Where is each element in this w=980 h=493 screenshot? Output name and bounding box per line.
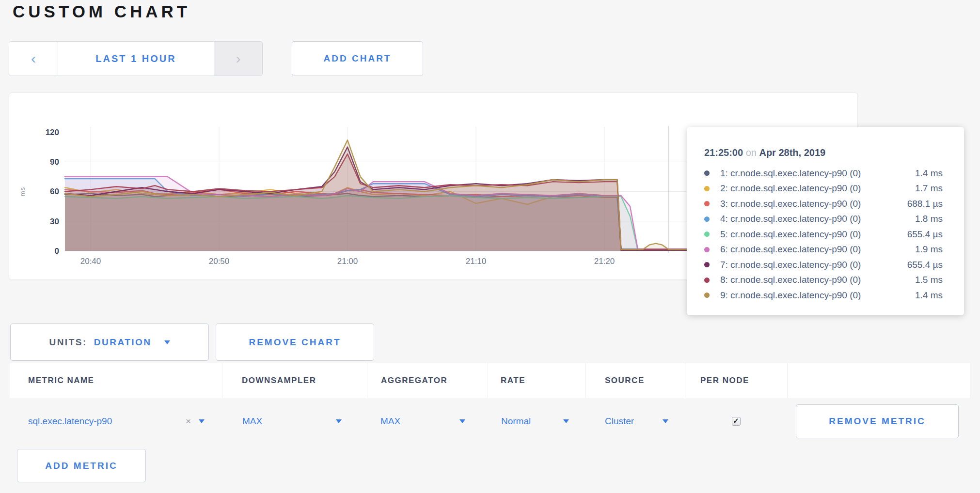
chevron-down-icon [336,419,342,423]
svg-text:120: 120 [46,128,59,137]
tooltip-series-row: 7: cr.node.sql.exec.latency-p90 (0)655.4… [704,257,943,273]
series-value: 1.9 ms [915,244,943,255]
add-metric-button[interactable]: ADD METRIC [17,449,146,482]
tooltip-series-row: 9: cr.node.sql.exec.latency-p90 (0)1.4 m… [704,288,943,303]
series-color-dot [704,262,710,267]
rate-value: Normal [501,416,531,427]
series-label: 9: cr.node.sql.exec.latency-p90 (0) [720,290,915,301]
col-header-metric-name: METRIC NAME [10,363,222,398]
series-color-dot [704,186,710,191]
chevron-down-icon[interactable] [199,419,205,423]
series-color-dot [704,277,710,283]
series-label: 4: cr.node.sql.exec.latency-p90 (0) [720,214,915,224]
per-node-checkbox[interactable] [732,417,741,426]
tooltip-time: 21:25:00 [704,147,743,158]
downsampler-value: MAX [242,416,262,427]
tooltip-on-text: on [746,147,757,158]
custom-chart-page: CUSTOM CHART ‹ LAST 1 HOUR › ADD CHART 0… [0,0,980,493]
tooltip-series-row: 5: cr.node.sql.exec.latency-p90 (0)655.4… [704,227,943,242]
svg-text:30: 30 [50,217,59,226]
series-color-dot [704,293,710,298]
svg-text:21:00: 21:00 [337,257,358,266]
col-header-downsampler: DOWNSAMPLER [222,363,367,398]
tooltip-series-row: 6: cr.node.sql.exec.latency-p90 (0)1.9 m… [704,242,943,258]
metric-name-cell[interactable]: sql.exec.latency-p90 × [10,398,222,445]
chevron-down-icon [164,340,170,344]
source-select[interactable]: Cluster [585,398,685,445]
downsampler-select[interactable]: MAX [222,398,367,445]
series-label: 2: cr.node.sql.exec.latency-p90 (0) [720,183,915,194]
tooltip-date: Apr 28th, 2019 [759,147,825,158]
series-value: 1.4 ms [915,168,943,179]
series-value: 655.4 µs [907,229,943,240]
per-node-cell [685,398,787,445]
units-dropdown[interactable]: UNITS: DURATION [10,324,209,361]
svg-text:20:40: 20:40 [80,257,101,266]
time-range-label[interactable]: LAST 1 HOUR [58,42,214,76]
svg-text:90: 90 [50,157,59,167]
series-value: 655.4 µs [907,260,943,270]
svg-text:21:10: 21:10 [466,257,487,266]
metric-name-value[interactable]: sql.exec.latency-p90 [28,416,112,427]
series-color-dot [704,231,710,237]
series-color-dot [704,216,710,222]
col-header-source: SOURCE [585,363,685,398]
y-axis-unit-label: ms [19,187,26,196]
chevron-down-icon [459,419,465,423]
chevron-down-icon [563,419,569,423]
add-chart-button[interactable]: ADD CHART [292,41,423,76]
col-header-actions [787,363,970,398]
rate-select[interactable]: Normal [488,398,585,445]
remove-metric-button[interactable]: REMOVE METRIC [796,404,959,438]
tooltip-series-row: 1: cr.node.sql.exec.latency-p90 (0)1.4 m… [704,166,943,181]
metric-actions-cell: REMOVE METRIC [787,398,970,445]
page-title: CUSTOM CHART [13,2,190,21]
series-label: 8: cr.node.sql.exec.latency-p90 (0) [720,275,915,285]
col-header-aggregator: AGGREGATOR [367,363,488,398]
series-color-dot [704,170,710,176]
svg-text:21:20: 21:20 [594,257,615,266]
svg-text:20:50: 20:50 [209,257,230,266]
series-value: 1.5 ms [915,275,943,285]
time-range-next-button[interactable]: › [214,42,262,76]
series-color-dot [704,247,710,252]
chevron-left-icon: ‹ [31,50,36,67]
clear-metric-icon[interactable]: × [186,416,191,427]
remove-chart-button[interactable]: REMOVE CHART [216,324,374,361]
series-value: 1.7 ms [915,183,943,194]
chevron-down-icon [663,419,668,423]
series-label: 7: cr.node.sql.exec.latency-p90 (0) [720,260,907,270]
svg-text:60: 60 [50,187,59,196]
time-range-prev-button[interactable]: ‹ [9,42,58,76]
series-value: 1.8 ms [915,214,943,224]
units-label: UNITS: [49,337,87,348]
tooltip-series-list: 1: cr.node.sql.exec.latency-p90 (0)1.4 m… [704,166,943,303]
chevron-right-icon: › [236,50,241,67]
svg-text:0: 0 [55,246,59,256]
series-label: 1: cr.node.sql.exec.latency-p90 (0) [720,168,915,179]
col-header-per-node: PER NODE [685,363,787,398]
time-range-selector: ‹ LAST 1 HOUR › [9,41,263,76]
units-value: DURATION [94,337,152,348]
series-label: 6: cr.node.sql.exec.latency-p90 (0) [720,244,915,255]
tooltip-header: 21:25:00 on Apr 28th, 2019 [704,146,943,159]
tooltip-series-row: 8: cr.node.sql.exec.latency-p90 (0)1.5 m… [704,273,943,288]
series-value: 1.4 ms [915,290,943,301]
metric-row: sql.exec.latency-p90 × MAX MAX Normal Cl… [10,398,970,445]
series-color-dot [704,201,710,206]
tooltip-series-row: 4: cr.node.sql.exec.latency-p90 (0)1.8 m… [704,212,943,227]
tooltip-series-row: 2: cr.node.sql.exec.latency-p90 (0)1.7 m… [704,181,943,197]
tooltip-series-row: 3: cr.node.sql.exec.latency-p90 (0)688.1… [704,196,943,212]
series-label: 5: cr.node.sql.exec.latency-p90 (0) [720,229,907,240]
series-label: 3: cr.node.sql.exec.latency-p90 (0) [720,199,907,209]
series-value: 688.1 µs [907,199,943,209]
aggregator-select[interactable]: MAX [367,398,488,445]
metrics-table-header: METRIC NAME DOWNSAMPLER AGGREGATOR RATE … [10,363,970,398]
chart-hover-tooltip: 21:25:00 on Apr 28th, 2019 1: cr.node.sq… [687,127,964,315]
source-value: Cluster [605,416,634,427]
aggregator-value: MAX [380,416,400,427]
col-header-rate: RATE [488,363,585,398]
